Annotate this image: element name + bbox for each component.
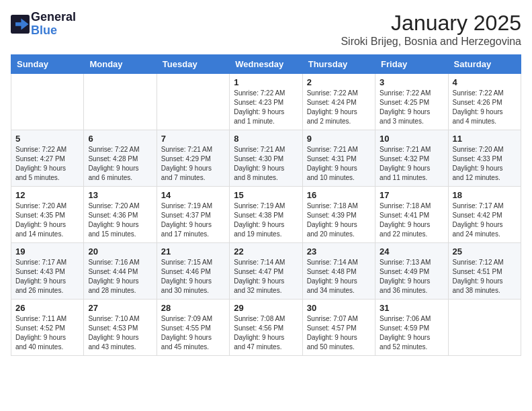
day-info: Sunrise: 7:21 AM Sunset: 4:31 PM Dayligh… xyxy=(307,145,371,183)
day-info: Sunrise: 7:11 AM Sunset: 4:52 PM Dayligh… xyxy=(15,314,79,352)
calendar-cell: 30Sunrise: 7:07 AM Sunset: 4:57 PM Dayli… xyxy=(302,300,375,356)
day-info: Sunrise: 7:18 AM Sunset: 4:41 PM Dayligh… xyxy=(380,201,443,239)
day-info: Sunrise: 7:16 AM Sunset: 4:44 PM Dayligh… xyxy=(88,258,152,295)
logo: General Blue xyxy=(11,11,76,38)
logo-general: General xyxy=(31,11,76,24)
calendar-cell: 5Sunrise: 7:22 AM Sunset: 4:27 PM Daylig… xyxy=(11,130,84,187)
day-info: Sunrise: 7:20 AM Sunset: 4:36 PM Dayligh… xyxy=(88,201,152,239)
calendar-week-2: 5Sunrise: 7:22 AM Sunset: 4:27 PM Daylig… xyxy=(11,130,521,187)
calendar-cell: 10Sunrise: 7:21 AM Sunset: 4:32 PM Dayli… xyxy=(375,130,448,187)
calendar-cell: 31Sunrise: 7:06 AM Sunset: 4:59 PM Dayli… xyxy=(375,300,448,356)
day-info: Sunrise: 7:19 AM Sunset: 4:37 PM Dayligh… xyxy=(161,201,225,239)
day-number: 31 xyxy=(380,303,443,313)
title-block: January 2025 Siroki Brijeg, Bosnia and H… xyxy=(341,11,521,48)
day-info: Sunrise: 7:12 AM Sunset: 4:51 PM Dayligh… xyxy=(453,258,517,295)
day-info: Sunrise: 7:06 AM Sunset: 4:59 PM Dayligh… xyxy=(380,314,443,352)
day-info: Sunrise: 7:21 AM Sunset: 4:29 PM Dayligh… xyxy=(161,145,225,183)
day-number: 22 xyxy=(234,246,298,257)
calendar-cell: 24Sunrise: 7:13 AM Sunset: 4:49 PM Dayli… xyxy=(375,243,448,300)
month-title: January 2025 xyxy=(341,11,521,36)
calendar-cell xyxy=(84,74,157,130)
calendar-week-4: 19Sunrise: 7:17 AM Sunset: 4:43 PM Dayli… xyxy=(11,243,521,300)
day-number: 23 xyxy=(307,246,371,257)
day-info: Sunrise: 7:09 AM Sunset: 4:55 PM Dayligh… xyxy=(161,314,225,352)
day-info: Sunrise: 7:17 AM Sunset: 4:43 PM Dayligh… xyxy=(15,258,79,295)
day-info: Sunrise: 7:14 AM Sunset: 4:48 PM Dayligh… xyxy=(307,258,371,295)
calendar-week-3: 12Sunrise: 7:20 AM Sunset: 4:35 PM Dayli… xyxy=(11,187,521,243)
calendar-cell: 23Sunrise: 7:14 AM Sunset: 4:48 PM Dayli… xyxy=(302,243,375,300)
col-header-saturday: Saturday xyxy=(448,55,521,74)
calendar-cell: 6Sunrise: 7:22 AM Sunset: 4:28 PM Daylig… xyxy=(84,130,157,187)
calendar-cell: 17Sunrise: 7:18 AM Sunset: 4:41 PM Dayli… xyxy=(375,187,448,243)
day-number: 30 xyxy=(307,303,371,313)
day-info: Sunrise: 7:22 AM Sunset: 4:24 PM Dayligh… xyxy=(307,89,371,126)
day-number: 25 xyxy=(453,246,517,257)
day-number: 29 xyxy=(234,303,298,313)
col-header-tuesday: Tuesday xyxy=(157,55,229,74)
calendar-table: SundayMondayTuesdayWednesdayThursdayFrid… xyxy=(11,54,521,356)
day-number: 9 xyxy=(307,134,371,144)
day-info: Sunrise: 7:22 AM Sunset: 4:28 PM Dayligh… xyxy=(88,145,152,183)
calendar-cell: 7Sunrise: 7:21 AM Sunset: 4:29 PM Daylig… xyxy=(157,130,229,187)
day-info: Sunrise: 7:15 AM Sunset: 4:46 PM Dayligh… xyxy=(161,258,225,295)
day-info: Sunrise: 7:22 AM Sunset: 4:27 PM Dayligh… xyxy=(15,145,79,183)
calendar-cell xyxy=(11,74,84,130)
calendar-cell: 25Sunrise: 7:12 AM Sunset: 4:51 PM Dayli… xyxy=(448,243,521,300)
day-info: Sunrise: 7:07 AM Sunset: 4:57 PM Dayligh… xyxy=(307,314,371,352)
day-number: 4 xyxy=(453,77,517,87)
calendar-cell: 12Sunrise: 7:20 AM Sunset: 4:35 PM Dayli… xyxy=(11,187,84,243)
day-info: Sunrise: 7:10 AM Sunset: 4:53 PM Dayligh… xyxy=(88,314,152,352)
day-number: 17 xyxy=(380,190,443,200)
calendar-header-row: SundayMondayTuesdayWednesdayThursdayFrid… xyxy=(11,55,521,74)
calendar-cell: 19Sunrise: 7:17 AM Sunset: 4:43 PM Dayli… xyxy=(11,243,84,300)
day-number: 2 xyxy=(307,77,371,87)
day-number: 13 xyxy=(88,190,152,200)
calendar-cell: 21Sunrise: 7:15 AM Sunset: 4:46 PM Dayli… xyxy=(157,243,229,300)
day-number: 8 xyxy=(234,134,298,144)
calendar-cell: 13Sunrise: 7:20 AM Sunset: 4:36 PM Dayli… xyxy=(84,187,157,243)
day-number: 26 xyxy=(15,303,79,313)
col-header-monday: Monday xyxy=(84,55,157,74)
logo-icon xyxy=(11,15,30,34)
day-number: 28 xyxy=(161,303,225,313)
day-info: Sunrise: 7:18 AM Sunset: 4:39 PM Dayligh… xyxy=(307,201,371,239)
day-number: 18 xyxy=(453,190,517,200)
day-info: Sunrise: 7:14 AM Sunset: 4:47 PM Dayligh… xyxy=(234,258,298,295)
day-number: 5 xyxy=(15,134,79,144)
day-number: 20 xyxy=(88,246,152,257)
col-header-wednesday: Wednesday xyxy=(230,55,302,74)
calendar-cell: 29Sunrise: 7:08 AM Sunset: 4:56 PM Dayli… xyxy=(230,300,302,356)
day-number: 6 xyxy=(88,134,152,144)
calendar-cell: 16Sunrise: 7:18 AM Sunset: 4:39 PM Dayli… xyxy=(302,187,375,243)
day-info: Sunrise: 7:21 AM Sunset: 4:30 PM Dayligh… xyxy=(234,145,298,183)
day-number: 15 xyxy=(234,190,298,200)
calendar-cell: 20Sunrise: 7:16 AM Sunset: 4:44 PM Dayli… xyxy=(84,243,157,300)
calendar-week-1: 1Sunrise: 7:22 AM Sunset: 4:23 PM Daylig… xyxy=(11,74,521,130)
day-info: Sunrise: 7:20 AM Sunset: 4:35 PM Dayligh… xyxy=(15,201,79,239)
day-number: 1 xyxy=(234,77,298,87)
calendar-cell: 15Sunrise: 7:19 AM Sunset: 4:38 PM Dayli… xyxy=(230,187,302,243)
calendar-cell: 1Sunrise: 7:22 AM Sunset: 4:23 PM Daylig… xyxy=(230,74,302,130)
location-subtitle: Siroki Brijeg, Bosnia and Herzegovina xyxy=(341,36,521,48)
day-number: 24 xyxy=(380,246,443,257)
day-info: Sunrise: 7:13 AM Sunset: 4:49 PM Dayligh… xyxy=(380,258,443,295)
calendar-cell xyxy=(157,74,229,130)
calendar-cell: 3Sunrise: 7:22 AM Sunset: 4:25 PM Daylig… xyxy=(375,74,448,130)
calendar-cell: 4Sunrise: 7:22 AM Sunset: 4:26 PM Daylig… xyxy=(448,74,521,130)
day-number: 14 xyxy=(161,190,225,200)
day-info: Sunrise: 7:08 AM Sunset: 4:56 PM Dayligh… xyxy=(234,314,298,352)
calendar-cell: 28Sunrise: 7:09 AM Sunset: 4:55 PM Dayli… xyxy=(157,300,229,356)
calendar-cell: 11Sunrise: 7:20 AM Sunset: 4:33 PM Dayli… xyxy=(448,130,521,187)
calendar-cell: 26Sunrise: 7:11 AM Sunset: 4:52 PM Dayli… xyxy=(11,300,84,356)
day-info: Sunrise: 7:22 AM Sunset: 4:23 PM Dayligh… xyxy=(234,89,298,126)
day-number: 3 xyxy=(380,77,443,87)
day-number: 21 xyxy=(161,246,225,257)
day-info: Sunrise: 7:19 AM Sunset: 4:38 PM Dayligh… xyxy=(234,201,298,239)
calendar-cell: 18Sunrise: 7:17 AM Sunset: 4:42 PM Dayli… xyxy=(448,187,521,243)
day-info: Sunrise: 7:17 AM Sunset: 4:42 PM Dayligh… xyxy=(453,201,517,239)
day-info: Sunrise: 7:20 AM Sunset: 4:33 PM Dayligh… xyxy=(453,145,517,183)
day-info: Sunrise: 7:21 AM Sunset: 4:32 PM Dayligh… xyxy=(380,145,443,183)
day-number: 11 xyxy=(453,134,517,144)
calendar-cell: 9Sunrise: 7:21 AM Sunset: 4:31 PM Daylig… xyxy=(302,130,375,187)
day-number: 19 xyxy=(15,246,79,257)
